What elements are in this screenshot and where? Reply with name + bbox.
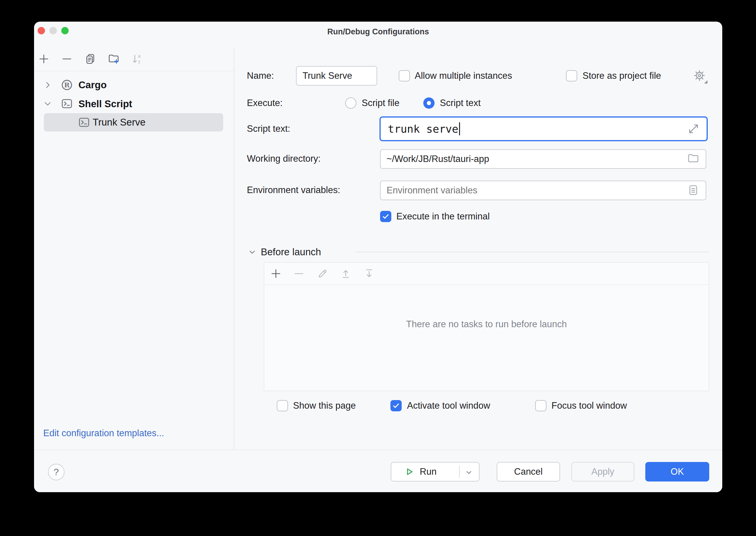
shell-script-icon	[78, 116, 91, 129]
remove-configuration-icon[interactable]	[61, 53, 73, 65]
before-launch-rule	[355, 252, 709, 252]
script-text-field-label: Script text:	[247, 123, 290, 135]
help-glyph: ?	[53, 467, 59, 478]
selected-configuration-label: Trunk Serve	[93, 116, 146, 128]
gear-dropdown-triangle-icon	[704, 80, 708, 84]
before-launch-empty-message: There are no tasks to run before launch	[264, 318, 709, 330]
help-button[interactable]: ?	[48, 464, 65, 480]
cancel-button[interactable]: Cancel	[497, 462, 560, 482]
run-options-chevron-icon[interactable]	[464, 468, 474, 477]
store-as-project-file-checkbox[interactable]	[566, 70, 577, 82]
execute-in-terminal-checkbox[interactable]	[380, 211, 391, 222]
edit-task-icon[interactable]	[317, 268, 329, 280]
before-launch-title[interactable]: Before launch	[261, 246, 321, 258]
sidebar-item-cargo[interactable]: Cargo	[79, 79, 107, 91]
new-folder-icon[interactable]	[108, 53, 120, 65]
svg-text:a: a	[138, 53, 141, 59]
focus-tool-window-checkbox[interactable]	[535, 400, 547, 411]
svg-text:z: z	[138, 59, 140, 64]
checkmark-icon	[392, 401, 400, 410]
add-configuration-icon[interactable]	[38, 53, 50, 65]
script-file-radio[interactable]	[345, 97, 356, 109]
edit-configuration-templates-link[interactable]: Edit configuration templates...	[43, 427, 164, 439]
before-launch-toolbar	[264, 263, 709, 285]
cargo-expand-chevron-icon[interactable]	[43, 80, 53, 90]
expand-field-icon[interactable]	[687, 122, 700, 135]
dialog-footer: ? Run Cancel Apply OK	[34, 450, 722, 492]
execute-in-terminal-label: Execute in the terminal	[396, 211, 489, 222]
run-button-label: Run	[420, 466, 437, 477]
run-button[interactable]: Run	[391, 462, 480, 482]
allow-multiple-instances-label: Allow multiple instances	[415, 70, 512, 82]
focus-tool-window-label: Focus tool window	[551, 400, 627, 412]
apply-button[interactable]: Apply	[571, 462, 634, 482]
move-task-up-icon[interactable]	[340, 268, 352, 280]
window-title: Run/Debug Configurations	[34, 26, 722, 37]
sidebar-divider	[234, 49, 235, 450]
store-options-gear-icon[interactable]	[693, 69, 706, 82]
run-split-divider	[459, 465, 460, 478]
allow-multiple-instances-checkbox[interactable]	[399, 70, 410, 82]
cargo-icon: R	[60, 79, 74, 91]
move-task-down-icon[interactable]	[363, 268, 375, 280]
shell-script-icon	[60, 97, 74, 110]
copy-configuration-icon[interactable]	[84, 53, 96, 65]
cancel-button-label: Cancel	[514, 466, 543, 477]
script-file-radio-label[interactable]: Script file	[362, 97, 399, 109]
environment-variables-input[interactable]	[380, 181, 706, 200]
checkmark-icon	[381, 212, 390, 221]
run-debug-configurations-dialog: Run/Debug Configurations a z	[34, 21, 722, 492]
ok-button[interactable]: OK	[645, 462, 709, 482]
script-text-value: trunk serve	[388, 123, 458, 135]
ok-button-label: OK	[671, 466, 684, 477]
script-text-radio[interactable]	[423, 97, 434, 109]
store-as-project-file-label: Store as project file	[583, 70, 661, 82]
play-icon	[404, 467, 414, 477]
sort-configurations-icon[interactable]: a z	[131, 53, 143, 65]
script-text-radio-label[interactable]: Script text	[440, 97, 481, 109]
show-this-page-checkbox[interactable]	[277, 400, 288, 411]
environment-variables-label: Environment variables:	[247, 184, 340, 196]
shell-script-collapse-chevron-icon[interactable]	[43, 99, 53, 109]
working-directory-input[interactable]	[380, 149, 706, 169]
add-task-icon[interactable]	[270, 268, 282, 280]
sidebar-item-trunk-serve[interactable]: Trunk Serve	[44, 113, 223, 131]
before-launch-task-panel: There are no tasks to run before launch	[264, 262, 709, 391]
name-input[interactable]	[296, 66, 377, 85]
execute-label: Execute:	[247, 97, 283, 109]
svg-text:R: R	[64, 81, 70, 89]
sidebar-toolbar-divider	[34, 71, 234, 71]
before-launch-collapse-chevron-icon[interactable]	[248, 248, 257, 256]
name-label: Name:	[247, 70, 274, 82]
working-directory-label: Working directory:	[247, 153, 321, 165]
activate-tool-window-checkbox[interactable]	[391, 400, 402, 411]
env-list-icon[interactable]	[687, 184, 700, 196]
browse-folder-icon[interactable]	[687, 152, 700, 165]
apply-button-label: Apply	[591, 466, 614, 477]
remove-task-icon[interactable]	[293, 268, 305, 280]
text-caret	[459, 122, 460, 135]
activate-tool-window-label: Activate tool window	[407, 400, 490, 412]
script-text-input[interactable]: trunk serve	[379, 117, 708, 141]
sidebar-item-shell-script[interactable]: Shell Script	[79, 98, 132, 110]
show-this-page-label: Show this page	[293, 400, 356, 412]
